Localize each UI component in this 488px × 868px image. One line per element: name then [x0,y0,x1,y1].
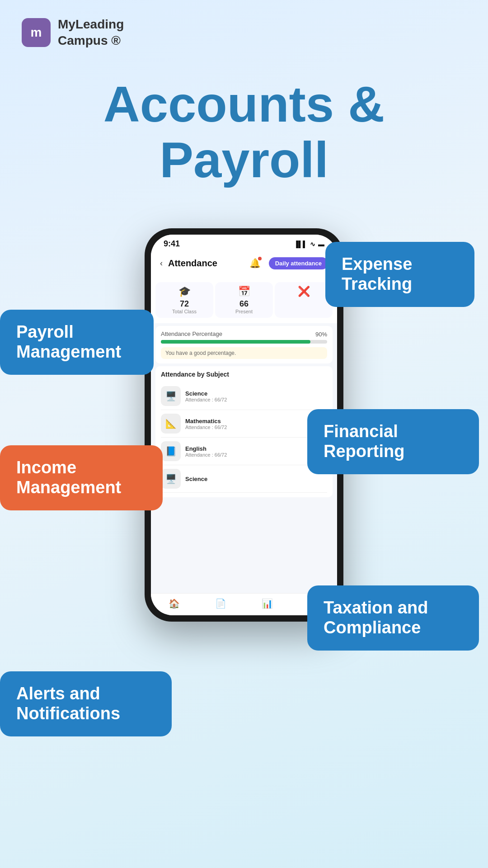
logo-text: MyLeading Campus ® [58,16,124,49]
taxation-compliance-card[interactable]: Taxation andCompliance [307,585,479,650]
page-heading: Accounts & Payroll [27,76,461,188]
att-pct-value: 90% [315,331,327,338]
status-icons: ▐▌▌ ∿ ▬ [294,241,324,248]
subject-info-math: Mathematics Attendance : 66/72 [185,418,307,430]
subject-item-science2: 🖥️ Science [161,465,327,493]
subject-section: Attendance by Subject 🖥️ Science Attenda… [155,366,333,497]
total-class-label: Total Class [172,309,197,314]
back-button[interactable]: ‹ [160,259,163,268]
nav-home[interactable]: 🏠 [169,598,180,609]
subject-att-science: Attendance : 66/72 [185,397,327,402]
subject-att-english: Attendance : 66/72 [185,452,307,458]
signal-bars-icon: ▐▌▌ [294,241,307,248]
attendance-percentage-section: Attendance Percentage 90% You have a goo… [155,326,333,363]
subject-item-science: 🖥️ Science Attendance : 66/72 [161,382,327,410]
subject-section-title: Attendance by Subject [161,371,327,378]
subject-name-science: Science [185,390,327,397]
science-icon: 🖥️ [161,386,181,406]
alerts-label: Alerts andNotifications [16,684,155,723]
science2-icon: 🖥️ [161,469,181,489]
nav-documents[interactable]: 📄 [215,598,226,609]
taxation-label: Taxation andCompliance [324,598,463,637]
subject-info-english: English Attendance : 66/72 [185,445,307,458]
subject-att-math: Attendance : 66/72 [185,425,307,430]
app-header: ‹ Attendance 🔔 Daily attendance [151,251,337,277]
present-stat: 📅 66 Present [215,282,273,318]
expense-tracking-card[interactable]: ExpenseTracking [325,242,474,307]
alerts-notifications-card[interactable]: Alerts andNotifications [0,671,172,736]
total-class-value: 72 [180,299,189,309]
payroll-management-label: PayrollManagement [16,322,137,362]
wifi-icon: ∿ [310,241,315,248]
income-management-label: IncomeManagement [16,458,146,497]
present-label: Present [235,309,253,314]
content-area: 9:41 ▐▌▌ ∿ ▬ ‹ Attendance 🔔 Daily attend… [0,215,488,839]
expense-tracking-label: ExpenseTracking [342,255,458,294]
subject-item-english: 📘 English Attendance : 66/72 88% [161,438,327,465]
nav-stats[interactable]: 📊 [262,598,273,609]
subject-info-science: Science Attendance : 66/72 [185,390,327,402]
present-value: 66 [239,299,249,309]
main-title: Accounts & Payroll [0,76,488,188]
subject-info-science2: Science [185,476,327,482]
subject-name-math: Mathematics [185,418,307,425]
att-pct-label: Attendance Percentage [161,330,327,337]
screen-title: Attendance [168,258,242,269]
notification-badge [257,256,263,261]
stats-row: 🎓 72 Total Class 📅 66 Present ❌ [151,277,337,323]
payroll-management-card[interactable]: PayrollManagement [0,310,154,374]
battery-icon: ▬ [318,241,324,248]
math-icon: 📐 [161,414,181,434]
english-icon: 📘 [161,441,181,461]
status-time: 9:41 [164,239,180,249]
status-bar: 9:41 ▐▌▌ ∿ ▬ [151,235,337,251]
progress-bar-fill [161,340,310,344]
subject-name-science2: Science [185,476,327,482]
subject-name-english: English [185,445,307,452]
total-class-stat: 🎓 72 Total Class [155,282,213,318]
calendar-check-icon: 📅 [238,286,250,297]
header: m MyLeading Campus ® [0,0,488,49]
good-percentage-message: You have a good percentage. [161,347,327,359]
subject-item-math: 📐 Mathematics Attendance : 66/72 88% [161,410,327,438]
logo-icon: m [22,18,51,47]
income-management-card[interactable]: IncomeManagement [0,445,163,510]
graduation-icon: 🎓 [178,286,191,297]
progress-bar-bg [161,340,327,344]
financial-reporting-label: Financial Reporting [324,422,463,461]
calendar-x-icon: ❌ [298,286,310,297]
notification-bell-icon[interactable]: 🔔 [247,255,263,271]
daily-attendance-button[interactable]: Daily attendance [269,257,328,269]
financial-reporting-card[interactable]: Financial Reporting [307,409,479,474]
absent-stat: ❌ [275,282,333,318]
